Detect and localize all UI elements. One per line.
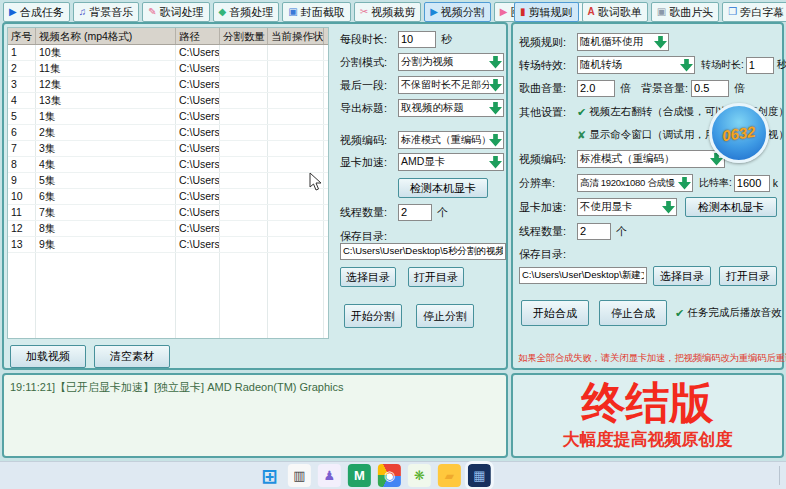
column-header [324,28,329,44]
gpu-accel-row: 显卡加速: AMD显卡 [340,153,504,171]
dropdown-arrow-icon [489,134,502,147]
table-cell: 9 [8,173,36,188]
column-header[interactable]: 当前操作状态 [268,28,324,44]
table-cell [324,93,329,108]
taskbar-icon[interactable]: ▰ [438,464,461,487]
table-row[interactable]: 10 6集 C:\Users... [8,189,328,205]
table-cell [268,93,324,108]
column-header[interactable]: 路径 [176,28,220,44]
table-cell [268,157,324,172]
toolbar-tab[interactable]: ✂ 视频裁剪 [354,2,421,22]
transition-select[interactable]: 随机转场 [577,56,695,74]
table-cell: 13 [8,237,36,252]
merge-open-dir-button[interactable]: 打开目录 [719,266,777,286]
export-title-select[interactable]: 取视频的标题 [398,99,504,117]
start-merge-button[interactable]: 开始合成 [521,300,589,326]
table-row[interactable]: 2 11集 C:\Users... [8,61,328,77]
video-encode-select[interactable]: 标准模式（重编码） [398,131,504,149]
column-header[interactable]: 分割数量 [220,28,268,44]
table-cell: 6集 [36,189,176,204]
toolbar-tab[interactable]: ✎ 歌词处理 [142,2,209,22]
merge-warning-text: 如果全部合成失败，请关闭显卡加速，把视频编码改为重编码后重试 [518,352,786,365]
toolbar-tab[interactable]: ▮ 剪辑规则 [514,2,579,22]
threads-input[interactable] [398,204,432,221]
table-row[interactable]: 4 13集 C:\Users... [8,93,328,109]
gpu-accel-value: AMD显卡 [399,155,489,169]
sound-checkbox[interactable]: ✔ [675,307,684,320]
last-segment-label: 最后一段: [340,78,398,93]
load-videos-button[interactable]: 加载视频 [10,345,86,368]
table-cell: 12 [8,221,36,236]
tab-label: 视频分割 [441,5,485,20]
toolbar-tab[interactable]: ◆ 音频处理 [213,2,280,22]
toolbar-tab[interactable]: ▣ 封面截取 [282,2,350,22]
table-cell: C:\Users... [176,109,220,124]
table-row[interactable]: 3 12集 C:\Users... [8,77,328,93]
transition-row: 转场特效: 随机转场 转场时长: 秒 [519,56,786,74]
flip-checkbox[interactable]: ✔ [577,106,586,119]
tab-label: 旁白字幕 [740,5,784,20]
table-cell [220,173,268,188]
taskbar-icon[interactable]: ⊞ [258,464,281,487]
table-cell [220,61,268,76]
merge-gpu-label: 显卡加速: [519,200,577,215]
show-desktop-button[interactable] [779,466,784,485]
column-header[interactable]: 视频名称 (mp4格式) [36,28,176,44]
cmd-window-checkbox[interactable]: ✘ [577,129,586,142]
segment-duration-input[interactable] [398,31,436,48]
resolution-select[interactable]: 高清 1920x1080 合成慢 [577,174,693,192]
table-row[interactable]: 12 8集 C:\Users... [8,221,328,237]
toolbar-tab[interactable]: ▶ 视频分割 [424,2,491,22]
taskbar-icon[interactable]: ▥ [288,464,311,487]
merge-rules-panel: 视频规则: 随机循环使用 转场特效: 随机转场 转场时长: 秒 歌曲音量: 倍 … [511,22,784,370]
column-header[interactable]: 序号 [8,28,36,44]
table-cell: 4集 [36,157,176,172]
toolbar-tab[interactable]: ♫ 背景音乐 [73,2,140,22]
taskbar-icon[interactable]: ♟ [318,464,341,487]
toolbar-tab[interactable]: A 歌词歌单 [582,2,648,22]
table-row[interactable]: 11 7集 C:\Users... [8,205,328,221]
taskbar-icon[interactable]: ❋ [408,464,431,487]
table-cell: 1 [8,45,36,60]
merge-detect-gpu-button[interactable]: 检测本机显卡 [685,197,777,217]
start-split-button[interactable]: 开始分割 [344,304,402,328]
taskbar-icon[interactable]: ▦ [468,464,491,487]
clear-material-button[interactable]: 清空素材 [94,345,170,368]
table-row[interactable]: 13 9集 C:\Users... [8,237,328,253]
table-row[interactable]: 7 3集 C:\Users... [8,141,328,157]
stop-split-button[interactable]: 停止分割 [416,304,474,328]
merge-save-dir-input[interactable] [519,267,647,284]
table-row[interactable]: 8 4集 C:\Users... [8,157,328,173]
gpu-accel-select[interactable]: AMD显卡 [398,153,504,171]
merge-choose-dir-button[interactable]: 选择目录 [653,266,711,286]
song-volume-input[interactable] [577,80,615,97]
toolbar-tab[interactable]: ▶ 合成任务 [3,2,70,22]
tab-label: 剪辑规则 [529,5,573,20]
split-mode-select[interactable]: 分割为视频 [398,53,504,71]
dropdown-arrow-icon [489,102,502,115]
merge-encode-select[interactable]: 标准模式（重编码） [577,150,725,168]
table-row[interactable]: 6 2集 C:\Users... [8,125,328,141]
merge-threads-input[interactable] [577,223,611,240]
log-line: 19:11:21]【已开启显卡加速】[独立显卡] AMD Radeon(TM) … [10,380,344,395]
toolbar-tab[interactable]: ▣ 歌曲片头 [651,2,719,22]
bg-volume-input[interactable] [691,80,729,97]
taskbar-icon[interactable]: M [348,464,371,487]
choose-dir-button[interactable]: 选择目录 [340,267,396,287]
transition-duration-input[interactable] [746,57,774,74]
save-dir-input[interactable] [340,243,506,260]
volume-row: 歌曲音量: 倍 背景音量: 倍 [519,79,745,97]
stop-merge-button[interactable]: 停止合成 [599,300,667,326]
table-row[interactable]: 9 5集 C:\Users... [8,173,328,189]
detect-gpu-button[interactable]: 检测本机显卡 [398,178,488,198]
taskbar-icon-glyph: ▦ [473,469,485,482]
open-dir-button[interactable]: 打开目录 [408,267,464,287]
table-row[interactable]: 5 1集 C:\Users... [8,109,328,125]
taskbar-icon[interactable]: ◉ [378,464,401,487]
video-rule-select[interactable]: 随机循环使用 [577,33,669,51]
merge-gpu-select[interactable]: 不使用显卡 [577,198,677,216]
toolbar-tab[interactable]: ❐ 旁白字幕 [722,2,786,22]
bitrate-input[interactable] [734,175,770,192]
table-row[interactable]: 1 10集 C:\Users... [8,45,328,61]
last-segment-select[interactable]: 不保留时长不足部分 [398,76,504,94]
